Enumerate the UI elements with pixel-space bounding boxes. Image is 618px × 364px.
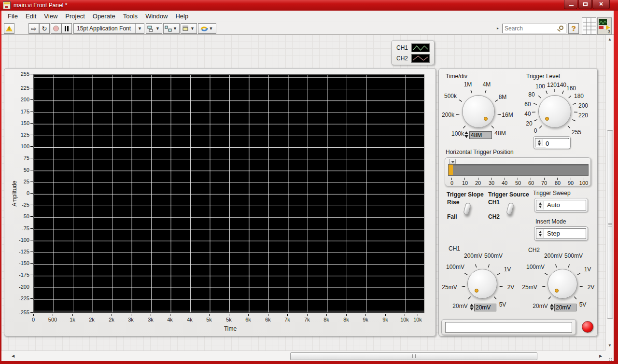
search-input[interactable] xyxy=(505,25,555,32)
menu-operate[interactable]: Operate xyxy=(93,13,115,20)
ch2-scale-label: 200mV xyxy=(544,252,562,259)
timediv-knob[interactable] xyxy=(462,95,495,128)
maximize-button[interactable] xyxy=(578,0,592,9)
timediv-spinner[interactable] xyxy=(464,131,469,138)
trigger-level-knob[interactable] xyxy=(538,95,571,128)
distribute-objects-button[interactable]: ▼ xyxy=(163,23,180,34)
scroll-up-arrow[interactable]: ▲ xyxy=(606,36,614,43)
slider-track[interactable] xyxy=(448,164,589,176)
run-continuous-button[interactable]: ↻ xyxy=(39,23,50,34)
labview-window: main.vi Front Panel * × File Edit View P… xyxy=(0,0,618,364)
slider-tick-label: 50 xyxy=(515,180,521,186)
x-tick: 1k xyxy=(63,317,82,323)
insert-mode-control[interactable]: Step xyxy=(534,226,588,241)
legend-ch2-row[interactable]: CH2 xyxy=(394,53,431,64)
insert-mode-spinner[interactable] xyxy=(537,229,544,238)
x-tick: 500 xyxy=(43,317,62,323)
menu-project[interactable]: Project xyxy=(65,13,84,20)
menu-tools[interactable]: Tools xyxy=(123,13,138,20)
timediv-label: Time/div xyxy=(446,73,467,80)
ch1-knob[interactable] xyxy=(467,269,497,299)
vi-icon-button[interactable]: 3 xyxy=(597,17,612,35)
grid-lines-icon xyxy=(582,18,596,34)
minimize-button[interactable] xyxy=(564,0,577,9)
pause-icon xyxy=(65,26,69,31)
warning-list-button[interactable] xyxy=(4,23,14,34)
close-icon: × xyxy=(593,0,609,8)
trigger-level-scale-label: 0 xyxy=(534,127,537,134)
x-tick: 3k xyxy=(121,317,140,323)
trigger-level-knob-indicator xyxy=(545,117,549,121)
scroll-right-arrow[interactable]: ▶ xyxy=(597,352,604,360)
trigger-sweep-control[interactable]: Auto xyxy=(534,198,588,212)
menu-edit[interactable]: Edit xyxy=(26,13,36,20)
font-selector[interactable]: 15pt Application Font ▼ xyxy=(73,23,144,34)
trigger-level-scale-label: 100 xyxy=(535,83,545,90)
ch1-scale-label: 20mV xyxy=(452,303,467,309)
ch1-spinner[interactable] xyxy=(469,304,474,310)
context-help-button[interactable]: ? xyxy=(568,23,579,34)
trigger-source-switch[interactable] xyxy=(506,202,514,216)
slider-tick-label: 90 xyxy=(568,180,574,186)
reorder-icon xyxy=(200,25,208,32)
trigger-slope-switch[interactable] xyxy=(463,202,471,216)
legend-ch1-row[interactable]: CH1 xyxy=(394,42,431,53)
horizontal-scroll-thumb[interactable] xyxy=(290,352,537,360)
trigger-slope-label: Trigger Slope xyxy=(447,191,484,198)
menu-view[interactable]: View xyxy=(44,13,57,20)
trigger-source-top: CH1 xyxy=(488,199,500,206)
search-icon[interactable] xyxy=(559,26,563,30)
ch1-scale-label: 100mV xyxy=(446,264,464,270)
trigger-sweep-spinner[interactable] xyxy=(537,201,544,210)
trigger-level-scale-label: 140 xyxy=(557,82,566,88)
ch2-scale-label: 5V xyxy=(579,301,587,308)
close-button[interactable]: × xyxy=(592,0,610,9)
trigger-level-scale-label: 60 xyxy=(524,101,531,108)
panel-grid-icon[interactable] xyxy=(582,17,596,35)
resize-grip[interactable] xyxy=(605,350,614,361)
scroll-left-arrow[interactable]: ◀ xyxy=(9,352,17,360)
menu-window[interactable]: Window xyxy=(145,13,168,20)
distribute-objects-icon xyxy=(165,25,172,32)
trigger-level-scale-label: 180 xyxy=(574,93,584,99)
trigger-level-scale-label: 80 xyxy=(528,91,534,98)
abort-icon xyxy=(53,26,59,31)
ch2-scale-label: 2V xyxy=(588,284,595,291)
slider-tick-label: 30 xyxy=(489,180,494,186)
abort-button[interactable] xyxy=(51,23,61,34)
front-panel: CH1 CH2 Amplitude Time 255 22 xyxy=(1,35,605,350)
ch2-spinner[interactable] xyxy=(549,304,554,310)
run-button[interactable]: ⇨ xyxy=(28,23,39,34)
status-led[interactable] xyxy=(582,321,593,333)
ch1-scale-label: 2V xyxy=(507,284,515,291)
scroll-down-arrow[interactable]: ▼ xyxy=(606,342,614,350)
y-tick: -200 xyxy=(7,284,29,290)
ch2-value[interactable] xyxy=(554,304,576,311)
slider-pointer[interactable] xyxy=(449,159,456,164)
menu-file[interactable]: File xyxy=(8,13,18,20)
help-icon: ? xyxy=(571,24,576,32)
resize-objects-button[interactable]: ▼ xyxy=(181,23,197,34)
x-axis-label: Time xyxy=(224,325,237,332)
reorder-button[interactable]: ▼ xyxy=(198,23,216,34)
timediv-scale-label: 500k xyxy=(444,93,457,99)
timediv-value[interactable] xyxy=(469,131,492,139)
slider-tick-label: 0 xyxy=(450,180,453,186)
pause-button[interactable] xyxy=(61,23,72,34)
plot-area[interactable] xyxy=(33,74,424,313)
align-objects-button[interactable]: ▼ xyxy=(146,23,162,34)
vertical-scroll-thumb[interactable] xyxy=(607,130,613,319)
trigger-level-spinner[interactable] xyxy=(536,139,543,146)
ch2-knob-indicator xyxy=(555,289,559,293)
y-tick: 255 xyxy=(7,71,29,77)
trigger-level-value[interactable] xyxy=(546,139,570,148)
y-tick: -100 xyxy=(7,237,29,243)
ch1-value[interactable] xyxy=(474,304,496,311)
timediv-scale-label: 200k xyxy=(442,112,454,118)
waveform-chart: Amplitude Time 255 225 200 175 150 125 1… xyxy=(4,68,436,336)
string-input[interactable] xyxy=(445,322,572,333)
ch2-knob[interactable] xyxy=(548,269,577,299)
horizontal-trigger-label: Horizontal Trigger Position xyxy=(446,149,514,155)
x-tick: 9k xyxy=(376,317,395,323)
menu-help[interactable]: Help xyxy=(175,13,188,20)
